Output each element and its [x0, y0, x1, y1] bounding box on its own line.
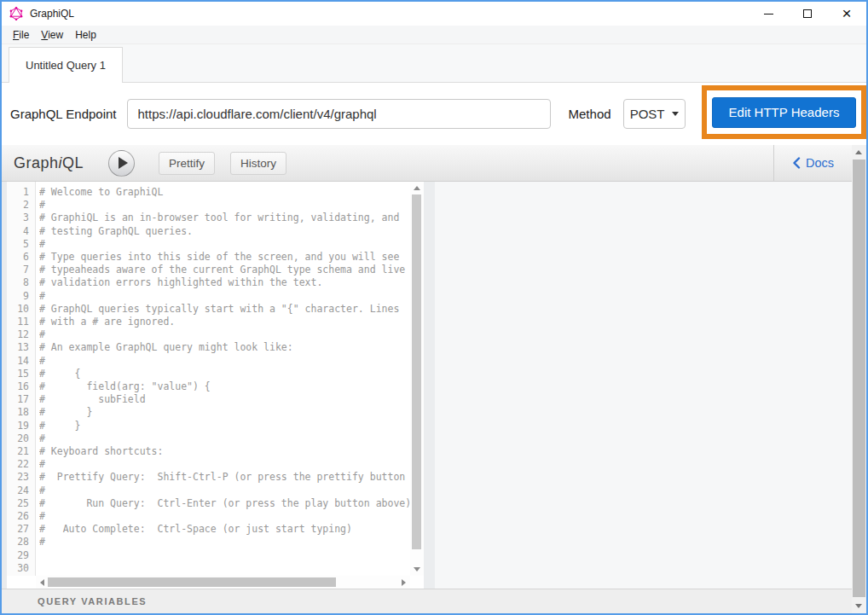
- code-line: # field(arg: "value") {: [39, 380, 410, 393]
- line-number: 30: [7, 562, 35, 575]
- query-variables-bar[interactable]: QUERY VARIABLES: [2, 589, 866, 613]
- code-line: #: [39, 536, 410, 548]
- line-number: 19: [7, 420, 35, 432]
- window-title: GraphiQL: [30, 8, 74, 20]
- code-line: # subField: [39, 393, 410, 406]
- line-number: 18: [7, 406, 35, 419]
- tab-bar: Untitled Query 1: [2, 44, 866, 83]
- docs-toggle[interactable]: Docs: [773, 145, 852, 181]
- code-line: #: [39, 355, 410, 368]
- code-line: # Run Query: Ctrl-Enter (or press the pl…: [39, 497, 410, 510]
- code-line: #: [39, 199, 410, 212]
- horizontal-scroll-thumb[interactable]: [48, 577, 336, 587]
- docs-label: Docs: [806, 156, 834, 170]
- code-line: # GraphiQL is an in-browser tool for wri…: [39, 212, 410, 224]
- code-line: # typeaheads aware of the current GraphQ…: [39, 264, 410, 276]
- line-number-gutter: 1234567891011121314151617181920212223242…: [7, 182, 36, 576]
- main-content: 1234567891011121314151617181920212223242…: [2, 182, 866, 589]
- line-number: 22: [7, 458, 35, 471]
- code-line: # }: [39, 420, 410, 432]
- code-line: #: [39, 290, 410, 303]
- tab-untitled-query[interactable]: Untitled Query 1: [9, 47, 123, 83]
- method-dropdown[interactable]: POST: [623, 99, 686, 129]
- window-scroll-thumb[interactable]: [853, 160, 865, 597]
- minimize-icon: [764, 14, 773, 15]
- line-number: 8: [7, 276, 35, 289]
- code-line: # Type queries into this side of the scr…: [39, 251, 410, 264]
- endpoint-input[interactable]: [127, 99, 551, 129]
- code-line: [39, 562, 410, 575]
- line-number: 7: [7, 264, 35, 276]
- menu-help[interactable]: Help: [69, 27, 102, 43]
- query-editor-pane: 1234567891011121314151617181920212223242…: [7, 182, 424, 589]
- menu-file[interactable]: File: [7, 27, 35, 43]
- window-controls: ×: [749, 2, 866, 26]
- line-number: 11: [7, 316, 35, 328]
- vertical-scroll-thumb[interactable]: [412, 194, 421, 549]
- close-button[interactable]: ×: [827, 2, 866, 26]
- line-number: 4: [7, 225, 35, 238]
- line-number: 15: [7, 368, 35, 380]
- menu-bar: File View Help: [2, 26, 866, 44]
- line-number: 2: [7, 199, 35, 212]
- editor-vertical-scrollbar[interactable]: [410, 182, 424, 576]
- line-number: 27: [7, 523, 35, 536]
- execute-query-button[interactable]: [108, 150, 135, 177]
- scroll-up-arrow-icon[interactable]: [414, 186, 420, 190]
- code-line: # Auto Complete: Ctrl-Space (or just sta…: [39, 523, 410, 536]
- line-number: 28: [7, 536, 35, 548]
- editor-horizontal-scrollbar[interactable]: [36, 576, 410, 589]
- method-value: POST: [630, 107, 665, 121]
- code-line: # testing GraphQL queries.: [39, 225, 410, 238]
- line-number: 16: [7, 380, 35, 393]
- scroll-right-arrow-icon[interactable]: [402, 579, 406, 586]
- query-variables-title: QUERY VARIABLES: [38, 596, 147, 606]
- method-label: Method: [569, 107, 611, 121]
- line-number: 24: [7, 484, 35, 497]
- line-number: 25: [7, 497, 35, 510]
- endpoint-label: GraphQL Endpoint: [10, 107, 117, 121]
- menu-view[interactable]: View: [35, 27, 69, 43]
- scroll-up-arrow-icon[interactable]: [855, 150, 862, 154]
- code-line: # GraphQL queries typically start with a…: [39, 303, 410, 316]
- scroll-left-arrow-icon[interactable]: [40, 579, 44, 586]
- line-number: 13: [7, 341, 35, 354]
- code-line: # Welcome to GraphiQL: [39, 186, 410, 199]
- line-number: 5: [7, 238, 35, 251]
- line-number: 20: [7, 432, 35, 445]
- code-line: [39, 549, 410, 562]
- line-number: 1: [7, 186, 35, 199]
- line-number: 26: [7, 510, 35, 523]
- code-line: # Prettify Query: Shift-Ctrl-P (or press…: [39, 471, 410, 484]
- line-number: 29: [7, 549, 35, 562]
- scroll-down-arrow-icon[interactable]: [855, 604, 862, 608]
- history-button[interactable]: History: [230, 152, 286, 175]
- pane-divider[interactable]: [424, 182, 435, 589]
- line-number: 6: [7, 251, 35, 264]
- scroll-down-arrow-icon[interactable]: [414, 567, 420, 571]
- code-line: #: [39, 328, 410, 341]
- graphql-logo-icon: [9, 7, 23, 20]
- code-line: # Keyboard shortcuts:: [39, 445, 410, 458]
- window-vertical-scrollbar[interactable]: [852, 145, 866, 613]
- code-line: #: [39, 484, 410, 497]
- app-window: GraphiQL × File View Help Untitled Query…: [0, 0, 868, 615]
- line-number: 14: [7, 355, 35, 368]
- line-number: 10: [7, 303, 35, 316]
- code-line: #: [39, 238, 410, 251]
- line-number: 21: [7, 445, 35, 458]
- code-line: # {: [39, 368, 410, 380]
- maximize-icon: [803, 9, 812, 18]
- line-number: 12: [7, 328, 35, 341]
- maximize-button[interactable]: [788, 2, 827, 26]
- code-line: # }: [39, 406, 410, 419]
- edit-http-headers-button[interactable]: Edit HTTP Headers: [712, 97, 856, 128]
- minimize-button[interactable]: [749, 2, 788, 26]
- prettify-button[interactable]: Prettify: [159, 152, 215, 175]
- code-line: #: [39, 458, 410, 471]
- query-editor[interactable]: # Welcome to GraphiQL## GraphiQL is an i…: [39, 182, 410, 576]
- code-line: # validation errors highlighted within t…: [39, 276, 410, 289]
- close-icon: ×: [842, 9, 851, 18]
- chevron-down-icon: [672, 112, 679, 116]
- line-number: 17: [7, 393, 35, 406]
